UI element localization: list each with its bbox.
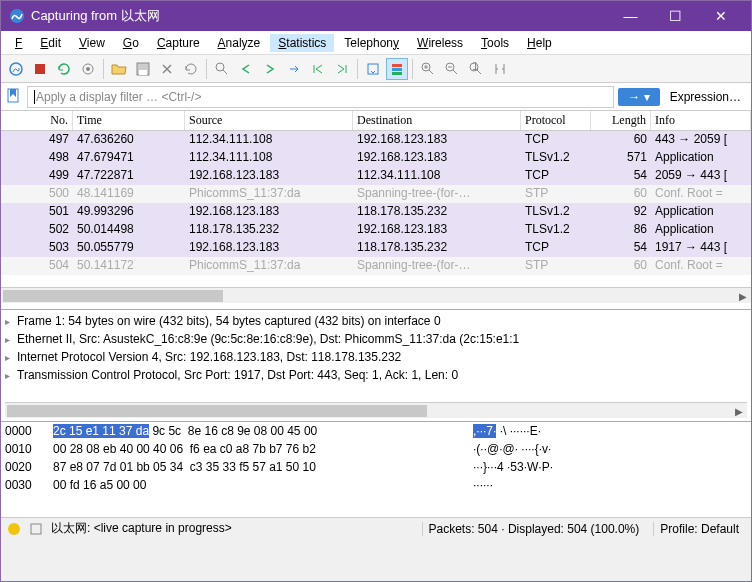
hex-row[interactable]: 002087 e8 07 7d 01 bb 05 34 c3 35 33 f5 … [5,460,747,478]
filterbar: Apply a display filter … <Ctrl-/> → ▾ Ex… [1,83,751,111]
col-no[interactable]: No. [1,111,73,130]
zoom-out-icon[interactable] [441,58,463,80]
menu-go[interactable]: Go [115,34,147,52]
save-icon[interactable] [132,58,154,80]
start-capture-icon[interactable] [5,58,27,80]
titlebar: Capturing from 以太网 — ☐ ✕ [1,1,751,31]
menu-file[interactable]: F [7,34,30,52]
next-icon[interactable] [259,58,281,80]
maximize-button[interactable]: ☐ [653,1,698,31]
close-file-icon[interactable] [156,58,178,80]
menu-capture[interactable]: Capture [149,34,208,52]
col-info[interactable]: Info [651,111,751,130]
close-button[interactable]: ✕ [698,1,743,31]
packet-list[interactable]: No. Time Source Destination Protocol Len… [1,111,751,309]
resize-columns-icon[interactable] [489,58,511,80]
packet-row[interactable]: 50450.141172PhicommS_11:37:daSpanning-tr… [1,257,751,275]
menu-wireless[interactable]: Wireless [409,34,471,52]
expand-icon[interactable]: ▸ [5,370,17,381]
packet-list-hscroll[interactable]: ◀▶ [1,287,751,303]
svg-line-18 [453,70,457,74]
packet-row[interactable]: 49747.636260112.34.111.108192.168.123.18… [1,131,751,149]
first-icon[interactable] [307,58,329,80]
packet-row[interactable]: 50149.993296192.168.123.183118.178.135.2… [1,203,751,221]
zoom-in-icon[interactable] [417,58,439,80]
expand-icon[interactable]: ▸ [5,316,17,327]
open-icon[interactable] [108,58,130,80]
svg-point-26 [8,523,20,535]
menu-telephony[interactable]: Telephony [336,34,407,52]
detail-row[interactable]: ▸Internet Protocol Version 4, Src: 192.1… [5,348,747,366]
svg-rect-10 [392,64,402,67]
svg-rect-11 [392,68,402,71]
packet-row[interactable]: 50350.055779192.168.123.183118.178.135.2… [1,239,751,257]
svg-line-14 [429,70,433,74]
col-src[interactable]: Source [185,111,353,130]
svg-rect-27 [31,524,41,534]
statusbar: 以太网: <live capture in progress> Packets:… [1,517,751,539]
find-icon[interactable] [211,58,233,80]
capture-file-icon[interactable] [29,522,43,536]
colorize-icon[interactable] [386,58,408,80]
packet-row[interactable]: 50250.014498118.178.135.232192.168.123.1… [1,221,751,239]
svg-rect-12 [392,72,402,75]
detail-row[interactable]: ▸Frame 1: 54 bytes on wire (432 bits), 5… [5,312,747,330]
autoscroll-icon[interactable] [362,58,384,80]
menu-view[interactable]: View [71,34,113,52]
col-len[interactable]: Length [591,111,651,130]
hex-row[interactable]: 001000 28 08 eb 40 00 40 06 f6 ea c0 a8 … [5,442,747,460]
svg-point-7 [216,63,224,71]
packet-bytes[interactable]: 00002c 15 e1 11 37 da 9c 5c 8e 16 c8 9e … [1,421,751,517]
expert-icon[interactable] [7,522,21,536]
expand-icon[interactable]: ▸ [5,352,17,363]
col-proto[interactable]: Protocol [521,111,591,130]
col-time[interactable]: Time [73,111,185,130]
capture-options-icon[interactable] [77,58,99,80]
display-filter-input[interactable]: Apply a display filter … <Ctrl-/> [27,86,614,108]
menubar: F Edit View Go Capture Analyze Statistic… [1,31,751,55]
status-profile[interactable]: Profile: Default [653,522,745,536]
expand-icon[interactable]: ▸ [5,334,17,345]
packet-row[interactable]: 49847.679471112.34.111.108192.168.123.18… [1,149,751,167]
menu-statistics[interactable]: Statistics [270,34,334,52]
last-icon[interactable] [331,58,353,80]
wireshark-icon [9,8,25,24]
zoom-reset-icon[interactable]: 1 [465,58,487,80]
hex-row[interactable]: 003000 fd 16 a5 00 00······ [5,478,747,496]
svg-point-4 [86,67,90,71]
apply-filter-button[interactable]: → ▾ [618,88,659,106]
restart-capture-icon[interactable] [53,58,75,80]
stop-capture-icon[interactable] [29,58,51,80]
packet-row[interactable]: 49947.722871192.168.123.183112.34.111.10… [1,167,751,185]
col-dst[interactable]: Destination [353,111,521,130]
prev-icon[interactable] [235,58,257,80]
menu-help[interactable]: Help [519,34,560,52]
details-hscroll[interactable]: ◀▶ [5,402,747,418]
svg-rect-2 [35,64,45,74]
detail-row[interactable]: ▸Ethernet II, Src: AsustekC_16:c8:9e (9c… [5,330,747,348]
status-interface: 以太网: <live capture in progress> [51,520,232,537]
status-packets: Packets: 504 · Displayed: 504 (100.0%) [422,522,646,536]
menu-edit[interactable]: Edit [32,34,69,52]
reload-icon[interactable] [180,58,202,80]
expression-button[interactable]: Expression… [664,88,747,106]
packet-list-header: No. Time Source Destination Protocol Len… [1,111,751,131]
detail-row[interactable]: ▸Transmission Control Protocol, Src Port… [5,366,747,384]
goto-icon[interactable] [283,58,305,80]
window-title: Capturing from 以太网 [31,7,608,25]
menu-analyze[interactable]: Analyze [210,34,269,52]
minimize-button[interactable]: — [608,1,653,31]
svg-line-8 [223,70,227,74]
toolbar: 1 [1,55,751,83]
packet-row[interactable]: 50048.141169PhicommS_11:37:daSpanning-tr… [1,185,751,203]
packet-details[interactable]: ▸Frame 1: 54 bytes on wire (432 bits), 5… [1,309,751,421]
svg-text:1: 1 [472,62,479,73]
bookmark-icon[interactable] [5,88,23,106]
svg-rect-6 [139,70,147,75]
menu-tools[interactable]: Tools [473,34,517,52]
hex-row[interactable]: 00002c 15 e1 11 37 da 9c 5c 8e 16 c8 9e … [5,424,747,442]
